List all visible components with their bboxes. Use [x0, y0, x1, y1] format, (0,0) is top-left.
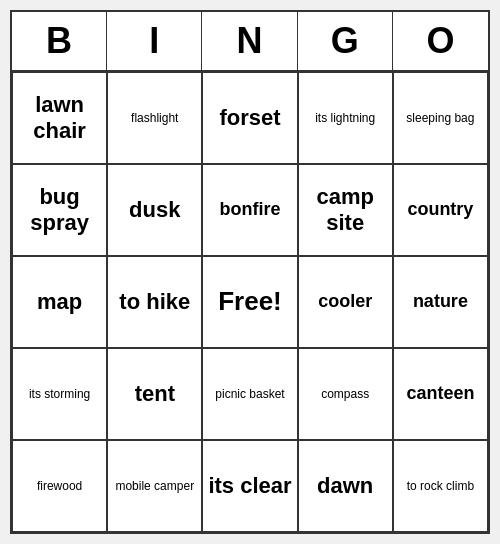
header-letter: O [393, 12, 488, 70]
bingo-cell[interactable]: map [12, 256, 107, 348]
bingo-cell[interactable]: dusk [107, 164, 202, 256]
bingo-cell[interactable]: to hike [107, 256, 202, 348]
bingo-cell[interactable]: its lightning [298, 72, 393, 164]
bingo-cell[interactable]: its clear [202, 440, 297, 532]
bingo-cell[interactable]: to rock climb [393, 440, 488, 532]
bingo-cell[interactable]: lawn chair [12, 72, 107, 164]
header-letter: N [202, 12, 297, 70]
bingo-cell[interactable]: nature [393, 256, 488, 348]
bingo-cell[interactable]: flashlight [107, 72, 202, 164]
bingo-cell[interactable]: firewood [12, 440, 107, 532]
bingo-cell[interactable]: picnic basket [202, 348, 297, 440]
bingo-cell[interactable]: mobile camper [107, 440, 202, 532]
bingo-cell[interactable]: sleeping bag [393, 72, 488, 164]
bingo-cell[interactable]: camp site [298, 164, 393, 256]
bingo-grid: lawn chairflashlightforsetits lightnings… [12, 72, 488, 532]
bingo-cell[interactable]: cooler [298, 256, 393, 348]
header-letter: G [298, 12, 393, 70]
bingo-cell[interactable]: compass [298, 348, 393, 440]
bingo-header: BINGO [12, 12, 488, 72]
bingo-cell[interactable]: forset [202, 72, 297, 164]
header-letter: B [12, 12, 107, 70]
bingo-card: BINGO lawn chairflashlightforsetits ligh… [10, 10, 490, 534]
header-letter: I [107, 12, 202, 70]
bingo-cell[interactable]: bug spray [12, 164, 107, 256]
bingo-cell[interactable]: bonfire [202, 164, 297, 256]
bingo-cell[interactable]: its storming [12, 348, 107, 440]
bingo-cell[interactable]: tent [107, 348, 202, 440]
bingo-cell[interactable]: Free! [202, 256, 297, 348]
bingo-cell[interactable]: country [393, 164, 488, 256]
bingo-cell[interactable]: canteen [393, 348, 488, 440]
bingo-cell[interactable]: dawn [298, 440, 393, 532]
